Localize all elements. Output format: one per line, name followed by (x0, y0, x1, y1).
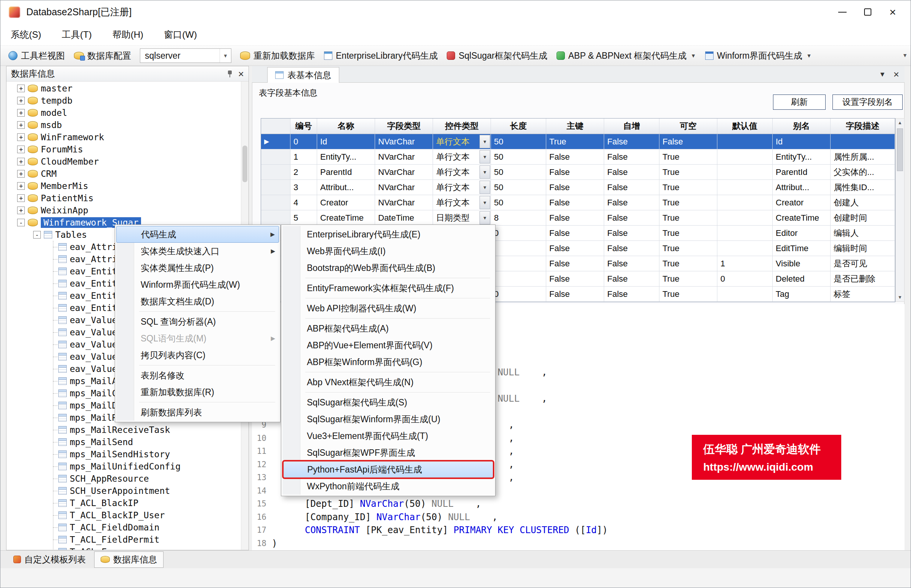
expand-plus-icon[interactable]: + (17, 194, 25, 202)
menubar-item-help[interactable]: 帮助(H) (102, 24, 153, 45)
expand-plus-icon[interactable]: + (17, 170, 25, 178)
submenu-item-18[interactable]: Python+FastApi后端代码生成 (283, 461, 494, 478)
context-menu-item-1[interactable]: 实体类生成快速入口▶ (116, 243, 279, 260)
context-menu-item-2[interactable]: 实体类属性生成(P) (116, 260, 279, 276)
context-menu-item-11[interactable]: 重新加载数据库(R) (116, 384, 279, 401)
expand-plus-icon[interactable]: + (17, 207, 25, 214)
toolbar-button-abp-codegen[interactable]: ABP & ABPNext 框架代码生成▼ (553, 48, 699, 63)
table-row[interactable]: ▶0IdNVarChar单行文本▼50TrueFalseFalseId (261, 134, 895, 149)
dropdown-icon[interactable]: ▼ (480, 196, 490, 209)
tab-table-basic-info[interactable]: 表基本信息 (267, 67, 339, 83)
submenu-item-0[interactable]: EnterpriseLibrary代码生成(E) (283, 226, 494, 243)
expand-plus-icon[interactable]: + (17, 97, 25, 104)
tree-node-table[interactable]: T_ACL_BlackIP (6, 497, 240, 509)
submenu-item-8[interactable]: ABP框架代码生成(A) (283, 320, 494, 337)
tree-node-database[interactable]: +msdb (6, 119, 240, 131)
context-menu-item-6[interactable]: SQL 查询分析器(A) (116, 313, 279, 330)
context-menu-item-3[interactable]: Winform界面代码生成(W) (116, 276, 279, 293)
chevron-down-icon[interactable]: ▼ (220, 49, 231, 63)
context-menu-item-4[interactable]: 数据库文档生成(D) (116, 293, 279, 310)
pin-icon[interactable] (227, 70, 233, 78)
tree-node-database[interactable]: +tempdb (6, 95, 240, 107)
tree-scrollbar-thumb[interactable] (242, 145, 247, 182)
menubar-item-system[interactable]: 系统(S) (0, 24, 52, 45)
tab-list-chevron-icon[interactable]: ▼ (879, 71, 886, 79)
cell-control[interactable]: 单行文本▼ (433, 195, 491, 210)
tree-node-database[interactable]: +master (6, 82, 240, 95)
tree-node-table[interactable]: T_ACL_BlackIP_User (6, 509, 240, 521)
database-type-combobox[interactable]: sqlserver▼ (140, 48, 231, 63)
maximize-button[interactable] (855, 0, 880, 24)
row-selector[interactable] (261, 149, 291, 164)
tree-node-table[interactable]: mps_MailReceiveTask (6, 424, 240, 436)
submenu-item-4[interactable]: EntityFramework实体框架代码生成(F) (283, 280, 494, 296)
tab-close-icon[interactable]: × (893, 69, 899, 81)
expand-plus-icon[interactable]: + (17, 133, 25, 141)
expand-plus-icon[interactable]: + (17, 158, 25, 165)
tree-node-table[interactable]: SCH_UserAppointment (6, 485, 240, 497)
tree-node-table[interactable]: SCH_AppResource (6, 473, 240, 485)
close-button[interactable]: × (880, 0, 905, 24)
context-menu-item-13[interactable]: 刷新数据库列表 (116, 404, 279, 421)
expand-plus-icon[interactable]: + (17, 121, 25, 129)
menubar-item-tools[interactable]: 工具(T) (52, 24, 102, 45)
tree-node-database[interactable]: +CloudMember (6, 155, 240, 168)
tree-node-database[interactable]: +WeixinApp (6, 204, 240, 216)
cell-control[interactable]: 单行文本▼ (433, 180, 491, 195)
submenu-item-16[interactable]: Vue3+Element界面代码生成(T) (283, 428, 494, 444)
tree-node-table[interactable]: mps_MailUnifiedConfig (6, 460, 240, 473)
tree-node-table[interactable]: mps_MailSend (6, 436, 240, 448)
submenu-item-19[interactable]: WxPython前端代码生成 (283, 478, 494, 494)
dropdown-icon[interactable]: ▼ (480, 150, 490, 163)
toolbar-button-el-codegen[interactable]: EnterpriseLibrary代码生成 (321, 48, 441, 63)
dropdown-icon[interactable]: ▼ (480, 165, 490, 179)
submenu-item-14[interactable]: SqlSugar框架代码生成(S) (283, 394, 494, 411)
tree-node-table[interactable]: T_ACL_FieldPermit (6, 533, 240, 546)
submenu-item-9[interactable]: ABP的Vue+Element界面代码(V) (283, 337, 494, 354)
tree-node-database[interactable]: +WinFramework (6, 131, 240, 143)
grid-scrollbar-thumb[interactable] (897, 128, 903, 171)
context-menu-item-8[interactable]: 拷贝列表内容(C) (116, 347, 279, 363)
tree-node-table[interactable]: T_ACL_FieldDomain (6, 521, 240, 533)
scroll-down-icon[interactable]: ▼ (898, 294, 902, 300)
tree-node-database[interactable]: +CRM (6, 168, 240, 180)
submenu-item-15[interactable]: SqlSugar框架Winform界面生成(U) (283, 411, 494, 428)
submenu-item-6[interactable]: Web API控制器代码生成(W) (283, 300, 494, 317)
cell-control[interactable]: 日期类型▼ (433, 210, 491, 225)
toolbar-button-reload-db[interactable]: 重新加载数据库 (237, 48, 318, 63)
context-menu-item-10[interactable]: 表别名修改 (116, 367, 279, 384)
table-row[interactable]: 3Attribut...NVarChar单行文本▼50FalseFalseTru… (261, 180, 895, 195)
toolbar-button-toolbar-view[interactable]: 工具栏视图 (5, 48, 68, 63)
expand-minus-icon[interactable]: - (17, 219, 25, 226)
tree-node-database[interactable]: +PatientMis (6, 192, 240, 204)
dropdown-icon[interactable]: ▼ (480, 211, 490, 225)
tree-node-database[interactable]: +ForumMis (6, 143, 240, 155)
row-selector[interactable] (261, 210, 291, 225)
tree-node-database[interactable]: +MemberMis (6, 180, 240, 192)
expand-plus-icon[interactable]: + (17, 182, 25, 190)
toolbar-button-sqlsugar-codegen[interactable]: SqlSugar框架代码生成 (443, 48, 551, 63)
submenu-item-2[interactable]: Bootstrap的Web界面代码生成(B) (283, 260, 494, 276)
table-row[interactable]: 5CreateTimeDateTime日期类型▼8FalseFalseTrueC… (261, 210, 895, 226)
cell-control[interactable]: 单行文本▼ (433, 134, 491, 149)
tree-node-database[interactable]: +model (6, 107, 240, 119)
menubar-item-window[interactable]: 窗口(W) (153, 24, 207, 45)
bottom-tab-custom-template[interactable]: 自定义模板列表 (7, 552, 92, 567)
toolbar-button-db-config[interactable]: 数据库配置 (71, 48, 134, 63)
row-selector[interactable] (261, 180, 291, 195)
grid-scrollbar[interactable]: ▲ ▼ (895, 118, 905, 302)
expand-plus-icon[interactable]: + (17, 109, 25, 116)
submenu-item-10[interactable]: ABP框架Winform界面代码(G) (283, 354, 494, 370)
scroll-up-icon[interactable]: ▲ (898, 120, 902, 125)
context-menu-item-0[interactable]: 代码生成▶ (116, 226, 279, 243)
submenu-item-1[interactable]: Web界面代码生成(I) (283, 243, 494, 260)
dropdown-icon[interactable]: ▼ (480, 181, 490, 194)
expand-plus-icon[interactable]: + (17, 85, 25, 92)
tree-node-table[interactable]: mps_MailSendHistory (6, 448, 240, 460)
set-alias-button[interactable]: 设置字段别名 (832, 95, 903, 110)
cell-control[interactable]: 单行文本▼ (433, 149, 491, 164)
table-row[interactable]: 2ParentIdNVarChar单行文本▼50FalseFalseTruePa… (261, 165, 895, 180)
tree-node-table[interactable]: T_ACL_F (6, 546, 240, 550)
row-selector[interactable] (261, 165, 291, 179)
toolbar-button-winform-codegen[interactable]: Winform界面代码生成▼ (702, 48, 815, 63)
